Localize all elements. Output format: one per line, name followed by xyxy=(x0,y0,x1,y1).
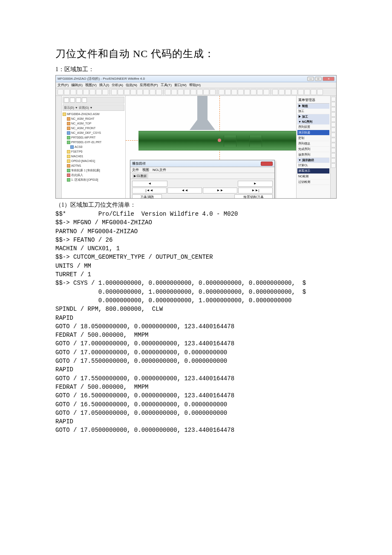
play-start-button[interactable]: |◄◄ xyxy=(132,188,167,194)
toolbar-button-38[interactable] xyxy=(311,89,317,95)
vtool-button-9[interactable] xyxy=(331,143,336,147)
menu-manager-item-5[interactable]: 演示轨迹 xyxy=(297,130,329,136)
toolbar-button-5[interactable] xyxy=(89,89,95,95)
tree-item-13[interactable]: 在此插入 xyxy=(63,173,124,177)
toolbar-button-12[interactable] xyxy=(137,89,143,95)
vtool-button-6[interactable] xyxy=(331,127,336,132)
menu-item-8[interactable]: 窗口(W) xyxy=(174,83,187,87)
play-forward-button[interactable]: ►► xyxy=(203,188,237,194)
toolbar-button-33[interactable] xyxy=(279,89,285,95)
toolbar-button-37[interactable] xyxy=(304,89,310,95)
toolbar-button-18[interactable] xyxy=(178,89,184,95)
set-tool-button[interactable]: 放置切削刀具 xyxy=(234,194,273,199)
menu-manager-item-8[interactable]: 完成序列 xyxy=(297,147,329,152)
menu-manager-item-9[interactable]: 放弃序列 xyxy=(297,152,329,158)
vtool-button-7[interactable] xyxy=(331,133,336,137)
tree-item-9[interactable]: MACH01 xyxy=(63,154,124,159)
toolbar-button-34[interactable] xyxy=(285,89,291,95)
toolbar-button-1[interactable] xyxy=(64,89,70,95)
toolbar-button-15[interactable] xyxy=(156,89,162,95)
menu-manager-item-3[interactable]: ▼ NC序列 xyxy=(297,119,329,124)
tree-btn-2[interactable] xyxy=(70,98,75,103)
toolbar-button-24[interactable] xyxy=(219,89,225,95)
vtool-button-11[interactable] xyxy=(331,153,336,158)
vtool-button-4[interactable] xyxy=(331,117,336,122)
toolbar-button-25[interactable] xyxy=(225,89,231,95)
menu-manager-item-4[interactable]: 序列设置 xyxy=(297,124,329,130)
menu-manager-item-10[interactable]: ▼ 演示路径 xyxy=(297,158,329,163)
toolbar-button-3[interactable] xyxy=(77,89,83,95)
toolbar-button-36[interactable] xyxy=(298,89,304,95)
tree-btn-3[interactable] xyxy=(76,98,81,103)
vtool-button-2[interactable] xyxy=(331,107,336,112)
menu-manager-item-7[interactable]: 序列信息 xyxy=(297,141,329,147)
tree-item-5[interactable]: PRT0001-MP.PRT xyxy=(63,135,124,140)
menu-item-1[interactable]: 编辑(E) xyxy=(71,83,83,87)
menu-manager-item-6[interactable]: 定制 xyxy=(297,136,329,141)
tree-item-8[interactable]: FSETP0 xyxy=(63,149,124,154)
toolbar-button-8[interactable] xyxy=(111,89,117,95)
vtool-button-5[interactable] xyxy=(331,122,336,127)
tree-item-1[interactable]: NC_ASM_RIGHT xyxy=(63,116,124,121)
play-prev-button[interactable]: ◄ xyxy=(132,181,167,187)
toolbar-button-23[interactable] xyxy=(210,89,216,95)
vtool-button-3[interactable] xyxy=(331,112,336,117)
toolbar-button-4[interactable] xyxy=(83,89,89,95)
toolbar-button-27[interactable] xyxy=(238,89,244,95)
toolbar-button-22[interactable] xyxy=(203,89,209,95)
toolbar-button-13[interactable] xyxy=(143,89,149,95)
tree-item-7[interactable]: ACS0 xyxy=(63,145,124,149)
play-rewind-button[interactable]: ◄◄ xyxy=(167,188,202,194)
vtool-button-1[interactable] xyxy=(331,102,336,107)
toolbar-button-14[interactable] xyxy=(150,89,156,95)
tree-btn-4[interactable] xyxy=(82,98,87,103)
toolbar-button-16[interactable] xyxy=(165,89,171,95)
tree-item-10[interactable]: OP010 [MACH01] xyxy=(63,159,124,163)
toolbar-button-19[interactable] xyxy=(184,89,190,95)
minimize-button[interactable]: — xyxy=(307,77,314,81)
menu-item-0[interactable]: 文件(F) xyxy=(58,83,69,87)
toolbar-button-35[interactable] xyxy=(291,89,297,95)
vtool-button-8[interactable] xyxy=(331,138,336,142)
toolbar-button-11[interactable] xyxy=(130,89,136,95)
toolbar-button-21[interactable] xyxy=(197,89,203,95)
vtool-button-12[interactable] xyxy=(331,158,336,163)
menu-manager-item-14[interactable]: 过切检测 xyxy=(297,179,329,185)
toolbar-button-7[interactable] xyxy=(102,89,108,95)
toolbar-button-6[interactable] xyxy=(96,89,102,95)
play-panel-close-icon[interactable] xyxy=(261,162,273,166)
tree-item-0[interactable]: MFG0004-ZHIZAO.ASM xyxy=(63,112,124,116)
toolbar-button-39[interactable] xyxy=(317,89,323,95)
maximize-button[interactable]: □ xyxy=(315,77,322,81)
toolbar-button-28[interactable] xyxy=(244,89,250,95)
vtool-button-10[interactable] xyxy=(331,148,336,153)
menu-manager-item-13[interactable]: NC检测 xyxy=(297,174,329,179)
toolbar-button-10[interactable] xyxy=(124,89,130,95)
menu-item-6[interactable]: 应用程序(P) xyxy=(140,83,158,87)
toolbar-button-0[interactable] xyxy=(58,89,63,95)
menu-manager-item-11[interactable]: 计算CL xyxy=(297,163,329,168)
vtool-button-0[interactable] xyxy=(331,97,336,101)
tree-item-12[interactable]: 车削轮廓 1 [车削轮廓] xyxy=(63,168,124,173)
tree-dropdown-bar[interactable]: 显示(D) ▼ 设置(G) ▼ xyxy=(63,104,124,111)
menu-manager-item-2[interactable]: ▶ 加工 xyxy=(297,114,329,119)
play-end-button[interactable]: ►►| xyxy=(238,188,273,194)
menu-item-4[interactable]: 分析(A) xyxy=(112,83,123,87)
toolbar-button-9[interactable] xyxy=(118,89,124,95)
toolbar-button-26[interactable] xyxy=(231,89,237,95)
pp-menu-view[interactable]: 视图 xyxy=(142,168,149,172)
play-panel-section[interactable]: ▶ CL数据 xyxy=(130,173,274,179)
tree-item-11[interactable]: ADTM1 xyxy=(63,163,124,168)
pp-menu-file[interactable]: 文件 xyxy=(132,168,139,172)
pp-menu-ncl[interactable]: NCL文件 xyxy=(153,168,166,172)
toolbar-button-29[interactable] xyxy=(251,89,257,95)
menu-item-9[interactable]: 帮助(H) xyxy=(189,83,201,87)
menu-item-5[interactable]: 信息(N) xyxy=(126,83,137,87)
close-button[interactable]: ✕ xyxy=(323,77,334,81)
tree-item-6[interactable]: PRT0001-SYF-01.PRT xyxy=(63,140,124,145)
toolbar-button-2[interactable] xyxy=(70,89,76,95)
tree-item-4[interactable]: NC_ASM_DEF_CSYS xyxy=(63,130,124,135)
menu-manager-item-12[interactable]: 屏幕演示 xyxy=(297,168,329,174)
toolbar-button-32[interactable] xyxy=(272,89,278,95)
menu-manager-item-0[interactable]: ▶ 制造 xyxy=(297,104,329,109)
